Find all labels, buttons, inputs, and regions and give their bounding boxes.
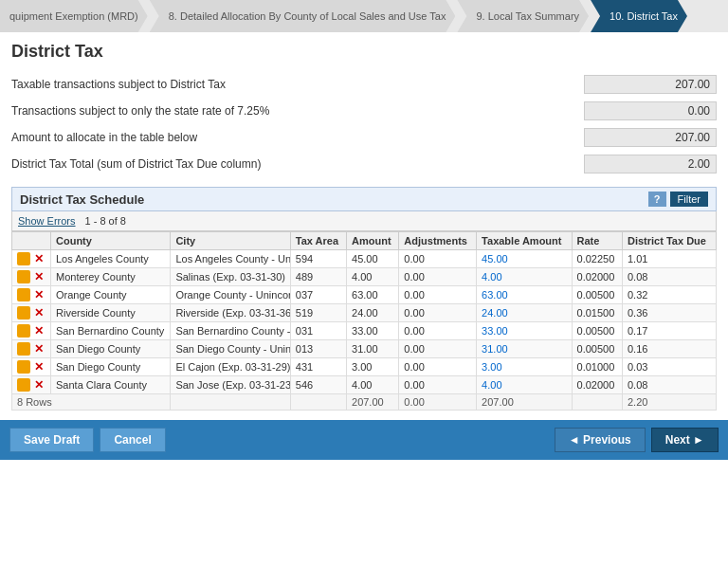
- row-icons: ✕: [12, 340, 51, 358]
- field-row-taxable: Taxable transactions subject to District…: [11, 75, 717, 94]
- cancel-button[interactable]: Cancel: [100, 428, 165, 452]
- bottom-right-actions: ◄ Previous Next ►: [555, 428, 719, 452]
- row-county: Santa Clara County: [51, 376, 171, 394]
- table-header-row: County City Tax Area Amount Adjustments …: [12, 232, 717, 250]
- bottom-left-actions: Save Draft Cancel: [9, 428, 166, 452]
- col-city: City: [171, 232, 290, 250]
- row-amount: 63.00: [347, 286, 399, 304]
- filter-button[interactable]: Filter: [670, 192, 708, 207]
- row-city: El Cajon (Exp. 03-31-29): [171, 358, 290, 376]
- previous-button[interactable]: ◄ Previous: [555, 428, 646, 452]
- edit-icon[interactable]: [17, 288, 30, 301]
- row-city: San Diego County - Unincorpor: [171, 340, 290, 358]
- row-adjustments: 0.00: [399, 322, 477, 340]
- row-rate: 0.02000: [572, 268, 622, 286]
- row-amount: 24.00: [347, 304, 399, 322]
- schedule-header: District Tax Schedule ? Filter: [11, 187, 717, 211]
- schedule-actions: ? Filter: [648, 192, 708, 207]
- row-adjustments: 0.00: [399, 268, 477, 286]
- edit-icon[interactable]: [17, 306, 30, 320]
- table-row: ✕ Los Angeles County Los Angeles County …: [12, 250, 717, 268]
- delete-icon[interactable]: ✕: [32, 378, 46, 392]
- row-adjustments: 0.00: [399, 250, 477, 268]
- row-district-tax-due: 0.08: [623, 268, 717, 286]
- delete-icon[interactable]: ✕: [32, 306, 46, 320]
- show-errors-button[interactable]: Show Errors: [18, 215, 76, 227]
- breadcrumb-item-mrd[interactable]: quipment Exemption (MRD): [0, 0, 148, 32]
- row-adjustments: 0.00: [399, 286, 477, 304]
- help-button[interactable]: ?: [648, 192, 666, 207]
- delete-icon[interactable]: ✕: [32, 252, 46, 265]
- row-amount: 4.00: [347, 268, 399, 286]
- row-icons: ✕: [12, 250, 51, 268]
- rows-label-cell: 8 Rows: [12, 394, 171, 411]
- row-city: Orange County - Unincorporate: [171, 286, 290, 304]
- row-rate: 0.01500: [572, 304, 622, 322]
- total-taxable: 207.00: [477, 394, 572, 411]
- edit-icon[interactable]: [17, 378, 30, 392]
- row-county: Los Angeles County: [51, 250, 171, 268]
- field-value-taxable: 207.00: [584, 75, 717, 94]
- breadcrumb-item-local-tax[interactable]: 9. Local Tax Summary: [457, 0, 589, 32]
- table-toolbar: Show Errors 1 - 8 of 8: [11, 211, 717, 231]
- row-district-tax-due: 0.36: [623, 304, 717, 322]
- delete-icon[interactable]: ✕: [32, 360, 46, 374]
- row-taxable-amount: 33.00: [477, 322, 572, 340]
- row-taxable-amount: 3.00: [477, 358, 572, 376]
- table-row: ✕ San Diego County El Cajon (Exp. 03-31-…: [12, 358, 717, 376]
- breadcrumb-item-allocation[interactable]: 8. Detailed Allocation By County of Loca…: [150, 0, 456, 32]
- total-tax-due: 2.20: [623, 394, 717, 411]
- row-taxable-amount: 63.00: [477, 286, 572, 304]
- table-row: ✕ Santa Clara County San Jose (Exp. 03-3…: [12, 376, 717, 394]
- row-county: Monterey County: [51, 268, 171, 286]
- delete-icon[interactable]: ✕: [32, 270, 46, 283]
- row-tax-area: 594: [290, 250, 346, 268]
- row-amount: 45.00: [347, 250, 399, 268]
- row-adjustments: 0.00: [399, 340, 477, 358]
- main-content: District Tax Taxable transactions subjec…: [0, 32, 728, 420]
- edit-icon[interactable]: [17, 342, 30, 356]
- row-city: Riverside (Exp. 03-31-36): [171, 304, 290, 322]
- breadcrumb-item-district-tax[interactable]: 10. District Tax: [591, 0, 687, 32]
- row-amount: 4.00: [347, 376, 399, 394]
- row-tax-area: 489: [290, 268, 346, 286]
- field-row-state-rate: Transactions subject to only the state r…: [11, 101, 717, 120]
- row-adjustments: 0.00: [399, 358, 477, 376]
- row-icons: ✕: [12, 358, 51, 376]
- row-tax-area: 013: [290, 340, 346, 358]
- row-city: San Bernardino County - Uninc: [171, 322, 290, 340]
- total-adjustments: 0.00: [399, 394, 477, 411]
- save-draft-button[interactable]: Save Draft: [9, 428, 94, 452]
- delete-icon[interactable]: ✕: [32, 342, 46, 356]
- col-adjustments: Adjustments: [399, 232, 477, 250]
- edit-icon[interactable]: [17, 360, 30, 374]
- delete-icon[interactable]: ✕: [32, 324, 46, 338]
- page-title: District Tax: [11, 42, 717, 62]
- edit-icon[interactable]: [17, 324, 30, 338]
- record-count: 1 - 8 of 8: [85, 215, 126, 227]
- row-district-tax-due: 0.03: [623, 358, 717, 376]
- delete-icon[interactable]: ✕: [32, 288, 46, 301]
- edit-icon[interactable]: [17, 252, 30, 265]
- row-city: Salinas (Exp. 03-31-30): [171, 268, 290, 286]
- next-button[interactable]: Next ►: [651, 428, 719, 452]
- row-tax-area: 037: [290, 286, 346, 304]
- col-district-tax-due: District Tax Due: [623, 232, 717, 250]
- field-row-total: District Tax Total (sum of District Tax …: [11, 155, 717, 173]
- row-county: San Bernardino County: [51, 322, 171, 340]
- rows-label-row: 8 Rows 207.00 0.00 207.00 2.20: [12, 394, 717, 411]
- col-county: County: [51, 232, 171, 250]
- row-taxable-amount: 24.00: [477, 304, 572, 322]
- table-row: ✕ Riverside County Riverside (Exp. 03-31…: [12, 304, 717, 322]
- edit-icon[interactable]: [17, 270, 30, 283]
- row-rate: 0.02000: [572, 376, 622, 394]
- row-tax-area: 546: [290, 376, 346, 394]
- total-amount: 207.00: [347, 394, 399, 411]
- table-row: ✕ Monterey County Salinas (Exp. 03-31-30…: [12, 268, 717, 286]
- row-district-tax-due: 0.16: [623, 340, 717, 358]
- row-rate: 0.02250: [572, 250, 622, 268]
- row-rate: 0.00500: [572, 322, 622, 340]
- field-value-state-rate: 0.00: [584, 101, 717, 120]
- row-icons: ✕: [12, 286, 51, 304]
- row-icons: ✕: [12, 322, 51, 340]
